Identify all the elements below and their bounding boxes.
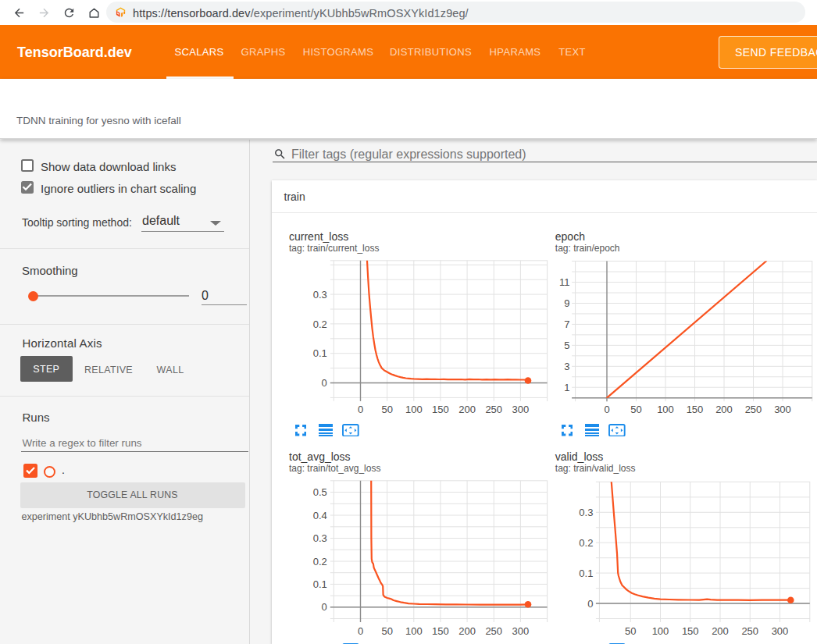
svg-text:150: 150 [682, 624, 699, 636]
svg-text:50: 50 [625, 624, 636, 636]
svg-text:0.3: 0.3 [313, 289, 327, 301]
svg-text:300: 300 [512, 404, 530, 415]
svg-text:200: 200 [712, 624, 729, 636]
svg-text:0: 0 [358, 404, 363, 415]
svg-text:0: 0 [322, 601, 327, 613]
svg-text:7: 7 [564, 318, 569, 330]
svg-text:0: 0 [604, 404, 609, 415]
svg-text:0.3: 0.3 [579, 506, 593, 518]
svg-text:0.2: 0.2 [313, 318, 327, 330]
svg-text:150: 150 [687, 404, 704, 415]
svg-text:300: 300 [772, 624, 789, 636]
svg-text:250: 250 [741, 624, 758, 636]
svg-text:0: 0 [358, 624, 363, 636]
svg-text:300: 300 [512, 624, 530, 636]
svg-text:100: 100 [652, 624, 669, 636]
svg-text:200: 200 [715, 404, 733, 415]
svg-text:0.4: 0.4 [313, 509, 327, 521]
svg-text:300: 300 [774, 404, 791, 415]
svg-text:0.2: 0.2 [579, 536, 593, 548]
svg-text:150: 150 [432, 404, 449, 415]
svg-text:100: 100 [405, 404, 423, 415]
svg-text:0.5: 0.5 [313, 486, 327, 498]
svg-text:250: 250 [745, 404, 762, 415]
svg-text:100: 100 [405, 624, 423, 636]
svg-text:50: 50 [381, 624, 392, 636]
svg-text:200: 200 [458, 624, 476, 636]
svg-text:0.3: 0.3 [313, 532, 327, 544]
svg-text:0: 0 [587, 597, 593, 609]
svg-text:1: 1 [564, 382, 569, 393]
svg-text:50: 50 [630, 404, 641, 415]
svg-text:150: 150 [432, 624, 449, 636]
svg-text:250: 250 [485, 404, 502, 415]
svg-text:9: 9 [564, 297, 569, 309]
svg-text:0.1: 0.1 [579, 567, 593, 578]
svg-text:0.1: 0.1 [313, 347, 327, 359]
svg-text:200: 200 [458, 404, 476, 415]
svg-text:0.2: 0.2 [313, 555, 327, 567]
svg-text:50: 50 [381, 404, 392, 415]
svg-text:5: 5 [564, 340, 569, 351]
svg-text:100: 100 [657, 404, 674, 415]
svg-text:0.1: 0.1 [313, 578, 327, 590]
svg-text:3: 3 [564, 361, 569, 372]
svg-text:250: 250 [485, 624, 502, 636]
svg-text:11: 11 [559, 276, 570, 288]
svg-text:0: 0 [322, 377, 327, 389]
